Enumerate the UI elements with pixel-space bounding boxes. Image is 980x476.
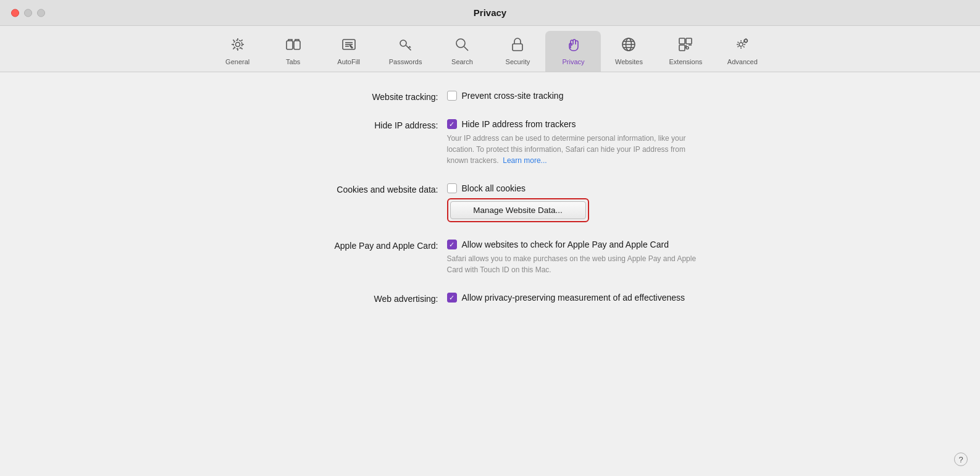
cookies-row: Cookies and website data: Block all cook…: [237, 183, 743, 222]
tab-tabs[interactable]: Tabs: [266, 31, 321, 72]
help-button[interactable]: ?: [954, 453, 968, 466]
tab-autofill-label: AutoFill: [337, 58, 360, 65]
svg-point-0: [235, 43, 240, 47]
tab-advanced[interactable]: Advanced: [714, 31, 770, 72]
hide-ip-control: ✓ Hide IP address from trackers Your IP …: [447, 119, 706, 166]
apple-pay-control: ✓ Allow websites to check for Apple Pay …: [447, 240, 706, 275]
svg-rect-19: [679, 45, 685, 51]
svg-rect-3: [294, 41, 300, 49]
website-tracking-text: Prevent cross-site tracking: [462, 91, 564, 101]
autofill-icon: [340, 36, 358, 56]
settings-container: Website tracking: Prevent cross-site tra…: [212, 91, 768, 304]
maximize-button[interactable]: [37, 9, 45, 17]
hide-ip-label: Hide IP address:: [237, 119, 447, 130]
search-icon: [453, 36, 471, 56]
tab-privacy-label: Privacy: [562, 58, 584, 65]
apple-pay-row: Apple Pay and Apple Card: ✓ Allow websit…: [237, 240, 743, 275]
tab-extensions[interactable]: Extensions: [656, 31, 714, 72]
minimize-button[interactable]: [24, 9, 32, 17]
svg-rect-17: [679, 38, 685, 44]
svg-point-8: [400, 40, 406, 46]
gear-icon: [229, 36, 246, 56]
hide-ip-description: Your IP address can be used to determine…: [447, 133, 706, 166]
website-tracking-checkbox[interactable]: [447, 91, 457, 101]
manage-website-data-highlight: Manage Website Data...: [447, 198, 589, 222]
tab-tabs-label: Tabs: [286, 58, 300, 65]
apple-pay-label: Apple Pay and Apple Card:: [237, 240, 447, 251]
tab-privacy[interactable]: Privacy: [545, 31, 601, 72]
svg-point-20: [739, 43, 743, 46]
web-advertising-checkbox[interactable]: ✓: [447, 293, 457, 303]
cookies-checkbox[interactable]: [447, 183, 457, 193]
tab-advanced-label: Advanced: [727, 58, 758, 65]
tab-security-label: Security: [506, 58, 530, 65]
puzzle-icon: [677, 36, 694, 56]
tab-general[interactable]: General: [210, 31, 266, 72]
svg-line-10: [464, 47, 469, 51]
website-tracking-inline: Prevent cross-site tracking: [447, 91, 564, 101]
web-advertising-row: Web advertising: ✓ Allow privacy-preserv…: [237, 293, 743, 304]
apple-pay-text: Allow websites to check for Apple Pay an…: [462, 240, 669, 249]
traffic-lights: [11, 9, 45, 17]
lock-icon: [509, 36, 526, 56]
apple-pay-inline: ✓ Allow websites to check for Apple Pay …: [447, 240, 669, 249]
tab-passwords[interactable]: Passwords: [377, 31, 435, 72]
svg-rect-2: [287, 41, 293, 49]
toolbar: General Tabs AutoFill: [0, 26, 980, 72]
svg-point-1: [233, 40, 242, 49]
tabs-icon: [285, 36, 302, 56]
svg-rect-18: [686, 38, 692, 44]
tab-extensions-label: Extensions: [669, 58, 702, 65]
close-button[interactable]: [11, 9, 19, 17]
hide-ip-inline: ✓ Hide IP address from trackers: [447, 119, 576, 129]
tab-search[interactable]: Search: [434, 31, 490, 72]
hide-ip-row: Hide IP address: ✓ Hide IP address from …: [237, 119, 743, 166]
gear-advanced-icon: [734, 36, 751, 56]
svg-rect-11: [513, 44, 522, 51]
cookies-label: Cookies and website data:: [237, 183, 447, 194]
hide-ip-text: Hide IP address from trackers: [462, 119, 576, 129]
tab-autofill[interactable]: AutoFill: [321, 31, 377, 72]
tab-websites[interactable]: Websites: [601, 31, 656, 72]
web-advertising-text: Allow privacy-preserving measurement of …: [462, 293, 685, 303]
title-bar: Privacy: [0, 0, 980, 26]
web-advertising-inline: ✓ Allow privacy-preserving measurement o…: [447, 293, 685, 303]
website-tracking-control: Prevent cross-site tracking: [447, 91, 564, 101]
manage-website-data-button[interactable]: Manage Website Data...: [450, 201, 586, 219]
web-advertising-control: ✓ Allow privacy-preserving measurement o…: [447, 293, 685, 303]
hand-icon: [564, 36, 582, 56]
web-advertising-label: Web advertising:: [237, 293, 447, 304]
main-content: Website tracking: Prevent cross-site tra…: [0, 72, 980, 476]
window-title: Privacy: [474, 7, 506, 18]
tab-security[interactable]: Security: [490, 31, 545, 72]
svg-point-9: [456, 39, 465, 48]
tab-websites-label: Websites: [615, 58, 643, 65]
website-tracking-label: Website tracking:: [237, 91, 447, 102]
learn-more-link[interactable]: Learn more...: [503, 156, 547, 165]
apple-pay-checkbox[interactable]: ✓: [447, 240, 457, 249]
tab-passwords-label: Passwords: [389, 58, 422, 65]
website-tracking-row: Website tracking: Prevent cross-site tra…: [237, 91, 743, 102]
tab-search-label: Search: [451, 58, 473, 65]
apple-pay-description: Safari allows you to make purchases on t…: [447, 253, 706, 275]
tab-general-label: General: [225, 58, 249, 65]
cookies-inline: Block all cookies: [447, 183, 526, 193]
cookies-control: Block all cookies Manage Website Data...: [447, 183, 589, 222]
hide-ip-checkbox[interactable]: ✓: [447, 119, 457, 129]
block-all-cookies-text: Block all cookies: [462, 183, 526, 193]
globe-icon: [620, 36, 637, 56]
key-icon: [397, 36, 414, 56]
